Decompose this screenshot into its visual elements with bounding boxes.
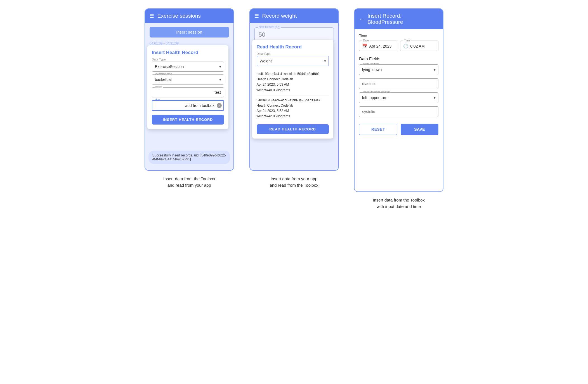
insert-session-button[interactable]: Insert session <box>150 27 229 38</box>
dialog2-data-type-label: Data Type <box>257 52 329 55</box>
success-message: Successfully insert records, uid: [540e0… <box>148 151 230 164</box>
date-content: 📅 Apr 24, 2023 <box>362 44 394 49</box>
main-container: ☰ Exercise sessions Insert session 04:01… <box>140 8 448 210</box>
phone3-caption-line1: Insert data from the Toolbox <box>373 198 425 202</box>
notes-input[interactable] <box>152 87 224 97</box>
read-data-type-select-wrapper[interactable]: Weight <box>257 56 329 66</box>
title-input-wrapper: ✕ <box>152 100 224 111</box>
entry1-value: weight=40.0 kilograms <box>257 88 329 93</box>
record-time-1: 04:01:09 - 04:31:09 <box>150 41 229 45</box>
phone3-title: Insert Record: BloodPressure <box>367 13 438 25</box>
measurement-entry-2: 0483e193-e4c6-4cb8-a19d-3e95da733947 Hea… <box>257 95 329 121</box>
phone1-caption-line2: and read from your app <box>167 183 211 188</box>
phone1-title: Exercise sessions <box>157 13 201 19</box>
clear-icon: ✕ <box>218 104 220 107</box>
phone2-menu-icon[interactable]: ☰ <box>254 13 259 19</box>
menu-icon[interactable]: ☰ <box>150 13 154 19</box>
new-record-label: New Record (Kg) <box>258 25 281 29</box>
dialog1-title: Insert Health Record <box>152 50 224 55</box>
data-fields-label: Data Fields <box>359 56 438 61</box>
measurement-entry-1: bd4f193e-e7a4-41aa-b1bb-50441b8cd8bf Hea… <box>257 69 329 95</box>
systolic-input[interactable] <box>359 106 438 117</box>
phone1-col: ☰ Exercise sessions Insert session 04:01… <box>140 8 238 188</box>
insert-health-record-button[interactable]: INSERT HEALTH RECORD <box>152 115 224 125</box>
back-icon[interactable]: ← <box>359 16 364 22</box>
measurement-location-select-wrapper[interactable]: left_upper_arm <box>359 92 438 103</box>
time-value: 6:02 AM <box>410 44 424 48</box>
body-position-select[interactable]: lying_down <box>359 64 438 75</box>
date-field[interactable]: Date 📅 Apr 24, 2023 <box>359 41 397 51</box>
read-data-type-select[interactable]: Weight <box>257 56 329 66</box>
time-field[interactable]: Time 🕐 6:02 AM <box>400 41 438 51</box>
phone2-body: New Record (Kg) 50 Add Previous Measurem… <box>250 23 338 168</box>
reset-button[interactable]: RESET <box>359 124 397 135</box>
measurement-entries: bd4f193e-e7a4-41aa-b1bb-50441b8cd8bf Hea… <box>257 69 329 121</box>
exercise-type-select[interactable]: basketball <box>152 74 224 85</box>
date-label: Date <box>362 39 370 42</box>
phone2-caption-line1: Insert data from your app <box>271 176 318 181</box>
exercise-type-field: exercise type basketball <box>152 74 224 85</box>
data-type-field: ExerciseSession <box>152 62 224 72</box>
phone3-caption: Insert data from the Toolbox with input … <box>373 197 425 210</box>
phone3-header: ← Insert Record: BloodPressure <box>355 9 443 29</box>
measurement-location-select[interactable]: left_upper_arm <box>359 92 438 103</box>
title-field: title ✕ <box>152 100 224 111</box>
body-position-field: bodyPosition lying_down <box>359 64 438 75</box>
new-record-value: 50 <box>259 31 330 38</box>
calendar-icon: 📅 <box>362 44 367 49</box>
phone1-header: ☰ Exercise sessions <box>145 9 233 23</box>
read-health-record-dialog: Read Health Record Data Type Weight <box>252 40 333 139</box>
data-type-select[interactable]: ExerciseSession <box>152 62 224 72</box>
systolic-field <box>359 106 438 117</box>
notes-field: notes <box>152 87 224 97</box>
read-health-record-button[interactable]: READ HEALTH RECORD <box>257 124 329 134</box>
phone3-caption-line2: with input date and time <box>377 204 421 209</box>
read-data-type-field: Weight <box>257 56 329 66</box>
date-value: Apr 24, 2023 <box>369 44 391 48</box>
phone3-body: Time Date 📅 Apr 24, 2023 Time 🕐 6:02 <box>355 29 443 191</box>
time-label: Time <box>403 39 411 42</box>
data-type-select-wrapper[interactable]: ExerciseSession <box>152 62 224 72</box>
dialog2-title: Read Health Record <box>257 44 329 50</box>
title-input[interactable] <box>152 100 224 111</box>
insert-health-record-dialog: Insert Health Record Data Type ExerciseS… <box>147 45 228 129</box>
phone2-caption: Insert data from your app and read from … <box>270 176 318 188</box>
phone2-title: Record weight <box>262 13 297 19</box>
entry2-value: weight=42.0 kilograms <box>257 114 329 119</box>
diastolic-field <box>359 78 438 89</box>
phone2-col: ☰ Record weight New Record (Kg) 50 Add P… <box>245 8 343 188</box>
time-section-label: Time <box>359 34 438 38</box>
phone1: ☰ Exercise sessions Insert session 04:01… <box>145 8 234 171</box>
time-content: 🕐 6:02 AM <box>403 44 435 49</box>
measurement-location-field: measurementLocation left_upper_arm <box>359 92 438 103</box>
phone2-header: ☰ Record weight <box>250 9 338 23</box>
clear-title-button[interactable]: ✕ <box>217 103 222 108</box>
diastolic-input[interactable] <box>359 78 438 89</box>
entry2-date: Apr 24 2023, 5:52 AM <box>257 108 329 114</box>
phone2: ☰ Record weight New Record (Kg) 50 Add P… <box>249 8 339 171</box>
bottom-buttons: RESET SAVE <box>359 124 438 135</box>
date-time-row: Date 📅 Apr 24, 2023 Time 🕐 6:02 AM <box>359 41 438 51</box>
exercise-type-select-wrapper[interactable]: basketball <box>152 74 224 85</box>
phone1-body: Insert session 04:01:09 - 04:31:09 My Ru… <box>145 23 233 168</box>
body-position-select-wrapper[interactable]: lying_down <box>359 64 438 75</box>
notes-label: notes <box>155 85 163 88</box>
entry1-uid: bd4f193e-e7a4-41aa-b1bb-50441b8cd8bf <box>257 71 329 77</box>
dialog1-data-type-label: Data Type <box>152 58 224 61</box>
phone3-col: ← Insert Record: BloodPressure Time Date… <box>350 8 448 210</box>
clock-icon: 🕐 <box>403 44 408 49</box>
phone3: ← Insert Record: BloodPressure Time Date… <box>354 8 443 192</box>
entry1-source: Health Connect Codelab <box>257 77 329 82</box>
entry1-date: Apr 24 2023, 5:53 AM <box>257 82 329 87</box>
save-button[interactable]: SAVE <box>401 124 438 135</box>
entry2-source: Health Connect Codelab <box>257 103 329 108</box>
entry2-uid: 0483e193-e4c6-4cb8-a19d-3e95da733947 <box>257 98 329 103</box>
phone1-caption: Insert data from the Toolbox and read fr… <box>163 176 215 188</box>
phone2-caption-line2: and read from the Toolbox <box>270 183 318 188</box>
phone1-caption-line1: Insert data from the Toolbox <box>163 176 215 181</box>
